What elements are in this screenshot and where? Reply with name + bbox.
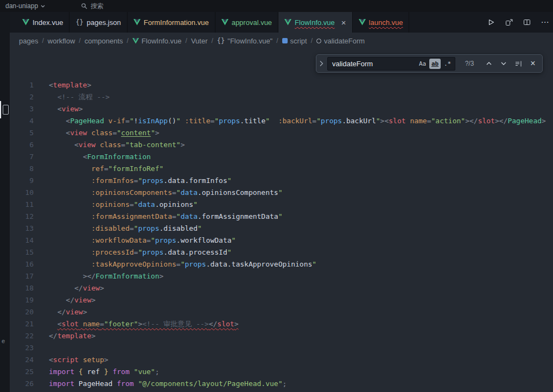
code-text: <view> (34, 103, 83, 115)
vue-icon (22, 19, 29, 26)
code-line[interactable]: 14 :workflowData="props.workflowData" (10, 235, 553, 246)
line-number: 4 (10, 115, 34, 127)
vue-icon (221, 19, 228, 26)
code-text: :workflowData="props.workflowData" (34, 235, 236, 246)
line-number: 5 (10, 127, 34, 139)
code-line[interactable]: 26import PageHead from "@/components/lay… (10, 378, 553, 390)
activity-bar-sliver: e (0, 12, 10, 392)
breadcrumb-separator: / (79, 37, 80, 45)
close-tab-icon[interactable]: × (341, 18, 346, 27)
more-actions-button[interactable]: ⋯ (540, 17, 550, 27)
code-text: <!-- 流程 --> (34, 91, 110, 103)
tab-index-vue[interactable]: Index.vue (16, 12, 69, 33)
line-number: 25 (10, 366, 34, 378)
split-editor-button[interactable] (522, 17, 532, 27)
code-line[interactable]: 11 :opinions="data.opinions" (10, 199, 553, 211)
code-line[interactable]: 8 ref="formInfoRef" (10, 163, 553, 175)
line-number: 22 (10, 330, 34, 342)
chevron-up-icon (486, 61, 492, 66)
code-text: :opinionsComponents="data.opinionsCompon… (34, 187, 283, 199)
breadcrumb-item-pages[interactable]: pages (19, 37, 38, 45)
breadcrumb-item-vuter[interactable]: Vuter (191, 37, 208, 45)
breadcrumb-separator: / (276, 37, 278, 45)
code-line[interactable]: 1<template> (10, 79, 553, 91)
code-line[interactable]: 10 :opinionsComponents="data.opinionsCom… (10, 187, 553, 199)
code-line[interactable]: 20 </view> (10, 306, 553, 318)
breadcrumb-item-validateform[interactable]: validateForm (316, 37, 365, 45)
close-find-widget-button[interactable]: × (527, 58, 538, 69)
find-input[interactable]: validateForm Aa ab .* (327, 57, 455, 71)
breadcrumb-item-script[interactable]: script (282, 37, 307, 45)
vue-icon (284, 19, 291, 26)
code-line[interactable]: 22</template> (10, 330, 553, 342)
toggle-replace-chevron-icon[interactable] (319, 60, 323, 67)
code-text: <FormInformation (34, 151, 151, 163)
code-line[interactable]: 19 </view> (10, 294, 553, 306)
code-text: import PageHead from "@/components/layou… (34, 378, 287, 390)
code-text: </template> (34, 330, 96, 342)
breadcrumb-item-module[interactable]: {} "FlowInfo.vue" (217, 37, 272, 45)
line-number: 21 (10, 318, 34, 330)
code-line[interactable]: 4 <PageHead v-if="!isInApp()" :title="pr… (10, 115, 553, 127)
code-line[interactable]: 6 <view class="tab-content"> (10, 139, 553, 151)
find-in-selection-icon (514, 60, 522, 67)
title-bar: dan-uniapp 搜索 (0, 0, 553, 12)
tab-approval-vue[interactable]: approval.vue (215, 12, 278, 33)
symbol-script-icon (282, 38, 288, 43)
open-changes-icon (505, 18, 513, 26)
code-line[interactable]: 16 :taskApproveOpinions="props.data.task… (10, 258, 553, 270)
code-line[interactable]: 2 <!-- 流程 --> (10, 91, 553, 103)
match-case-toggle[interactable]: Aa (417, 59, 428, 69)
whole-word-toggle[interactable]: ab (429, 59, 441, 69)
previous-match-button[interactable] (484, 58, 494, 69)
code-editor[interactable]: validateForm Aa ab .* ?/3 × (10, 49, 553, 392)
tab-label: FormInformation.vue (144, 18, 209, 27)
code-line[interactable]: 23 (10, 342, 553, 354)
code-text: <slot name="footer"><!-- 审批意见 --></slot> (34, 318, 238, 330)
breadcrumb-separator: / (311, 37, 313, 45)
workspace-menu[interactable]: dan-uniapp (2, 0, 48, 12)
run-button[interactable] (486, 17, 496, 27)
code-text: ></FormInformation> (34, 270, 163, 282)
tab-forminformation-vue[interactable]: FormInformation.vue (128, 12, 215, 33)
code-line[interactable]: 3 <view> (10, 103, 553, 115)
line-number: 23 (10, 342, 34, 354)
line-number: 1 (10, 79, 34, 91)
code-text: :formAssignmentData="data.formAssignment… (34, 211, 283, 223)
code-area[interactable]: 1<template>2 <!-- 流程 -->3 <view>4 <PageH… (10, 49, 553, 390)
code-line[interactable]: 24<script setup> (10, 354, 553, 366)
code-line[interactable]: 25import { ref } from "vue"; (10, 366, 553, 378)
breadcrumb: pages / workflow / components / FlowInfo… (10, 33, 553, 49)
code-line[interactable]: 17 ></FormInformation> (10, 270, 553, 282)
code-line[interactable]: 18 </view> (10, 282, 553, 294)
breadcrumb-item-workflow[interactable]: workflow (48, 37, 75, 45)
line-number: 7 (10, 151, 34, 163)
tab-pages-json[interactable]: {} pages.json (69, 12, 127, 33)
vue-icon (359, 19, 366, 26)
command-center-search[interactable]: 搜索 (77, 1, 125, 11)
find-in-selection-button[interactable] (513, 58, 524, 69)
line-number: 6 (10, 139, 34, 151)
code-line[interactable]: 21 <slot name="footer"><!-- 审批意见 --></sl… (10, 318, 553, 330)
line-number: 12 (10, 211, 34, 223)
code-line[interactable]: 9 :formInfos="props.data.formInfos" (10, 175, 553, 187)
tab-launch-vue[interactable]: launch.vue (353, 12, 410, 33)
line-number: 16 (10, 258, 34, 270)
tab-flowinfo-vue[interactable]: FlowInfo.vue × (278, 12, 352, 33)
breadcrumb-item-components[interactable]: components (85, 37, 123, 45)
open-changes-button[interactable] (504, 17, 514, 27)
breadcrumb-item-file[interactable]: FlowInfo.vue (132, 37, 182, 45)
next-match-button[interactable] (498, 58, 509, 69)
line-number: 10 (10, 187, 34, 199)
code-line[interactable]: 7 <FormInformation (10, 151, 553, 163)
play-icon (487, 18, 495, 26)
regex-toggle[interactable]: .* (442, 59, 453, 69)
code-line[interactable]: 12 :formAssignmentData="data.formAssignm… (10, 211, 553, 223)
code-line[interactable]: 13 :disabled="props.disabled" (10, 223, 553, 235)
explorer-icon[interactable] (3, 105, 9, 115)
line-number: 20 (10, 306, 34, 318)
line-number: 3 (10, 103, 34, 115)
code-line[interactable]: 15 :processId="props.data.processId" (10, 246, 553, 258)
code-line[interactable]: 5 <view class="content"> (10, 127, 553, 139)
clipped-text: e (2, 338, 5, 344)
